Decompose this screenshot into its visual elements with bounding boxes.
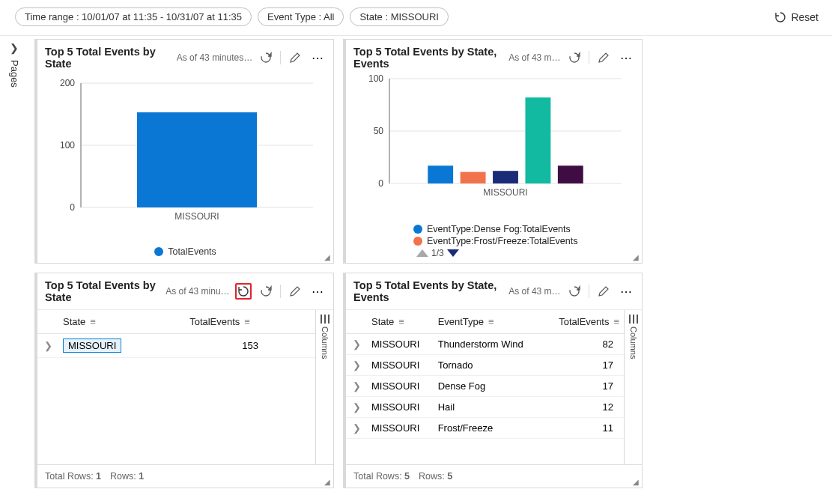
- col-totalevents[interactable]: TotalEvents≡: [543, 310, 624, 334]
- legend-label: EventType:Dense Fog:TotalEvents: [427, 224, 571, 234]
- filter-pill-group: Time range : 10/01/07 at 11:35 - 10/31/0…: [15, 7, 449, 26]
- svg-rect-20: [558, 166, 583, 183]
- svg-rect-19: [525, 97, 550, 183]
- separator: [589, 285, 589, 298]
- svg-rect-16: [428, 166, 453, 183]
- expand-row-icon[interactable]: ❯: [346, 418, 367, 439]
- svg-text:MISSOURI: MISSOURI: [174, 211, 219, 222]
- refresh-icon[interactable]: [566, 283, 583, 300]
- legend-next-icon[interactable]: [447, 249, 459, 257]
- expand-row-icon[interactable]: ❯: [346, 397, 367, 418]
- expand-row-icon[interactable]: ❯: [37, 334, 58, 358]
- tile-title: Top 5 Total Events by State: [45, 279, 161, 303]
- resize-handle-icon[interactable]: ◢: [633, 478, 639, 486]
- legend-dot-icon: [413, 237, 422, 246]
- cell-etype[interactable]: Hail: [434, 397, 544, 418]
- col-menu-icon[interactable]: ≡: [398, 316, 404, 327]
- resize-handle-icon[interactable]: ◢: [324, 478, 330, 486]
- cell-total[interactable]: 12: [543, 397, 624, 418]
- col-state[interactable]: State≡: [367, 310, 434, 334]
- legend-label: EventType:Frost/Freeze:TotalEvents: [427, 236, 577, 246]
- table-top5-state-events: State≡ EventType≡ TotalEvents≡ ❯ MISSOUR…: [346, 310, 624, 464]
- tile-subtitle: As of 43 minu…: [508, 52, 562, 63]
- columns-panel[interactable]: Columns: [624, 310, 642, 464]
- tile-top5-by-state-events-table: Top 5 Total Events by State, Events As o…: [343, 273, 643, 488]
- table-row[interactable]: ❯ MISSOURI Tornado 17: [346, 355, 624, 376]
- timerange-pill[interactable]: Time range : 10/01/07 at 11:35 - 10/31/0…: [15, 7, 252, 26]
- table-row[interactable]: ❯ MISSOURI 153: [37, 334, 315, 358]
- refresh-icon[interactable]: [258, 49, 274, 66]
- reset-tile-icon[interactable]: [235, 283, 252, 300]
- col-eventtype[interactable]: EventType≡: [434, 310, 544, 334]
- expand-row-icon[interactable]: ❯: [346, 334, 367, 355]
- refresh-icon[interactable]: [258, 283, 274, 300]
- cell-total[interactable]: 17: [543, 376, 624, 397]
- resize-handle-icon[interactable]: ◢: [324, 253, 330, 261]
- cell-total[interactable]: 153: [185, 334, 315, 358]
- table-row[interactable]: ❯ MISSOURI Hail 12: [346, 397, 624, 418]
- tile-title: Top 5 Total Events by State: [45, 46, 172, 70]
- edit-icon[interactable]: [287, 283, 303, 300]
- legend-entry[interactable]: EventType:Frost/Freeze:TotalEvents: [413, 236, 642, 246]
- chart1-area: 0100200MISSOURI: [37, 73, 333, 246]
- col-menu-icon[interactable]: ≡: [90, 316, 96, 327]
- top-filter-bar: Time range : 10/01/07 at 11:35 - 10/31/0…: [0, 0, 832, 36]
- legend-page-label: 1/3: [431, 248, 444, 258]
- table-row[interactable]: ❯ MISSOURI Dense Fog 17: [346, 376, 624, 397]
- table-row[interactable]: ❯ MISSOURI Frost/Freeze 11: [346, 418, 624, 439]
- cell-state[interactable]: MISSOURI: [58, 334, 185, 358]
- cell-etype[interactable]: Dense Fog: [434, 376, 544, 397]
- svg-rect-7: [137, 112, 257, 207]
- cell-state[interactable]: MISSOURI: [367, 397, 434, 418]
- svg-text:200: 200: [60, 78, 75, 88]
- expand-row-icon[interactable]: ❯: [346, 376, 367, 397]
- table-row[interactable]: ❯ MISSOURI Thunderstorm Wind 82: [346, 334, 624, 355]
- expand-row-icon[interactable]: ❯: [346, 355, 367, 376]
- expand-pages-icon[interactable]: ❯: [10, 42, 19, 54]
- legend-prev-icon[interactable]: [416, 249, 428, 257]
- col-menu-icon[interactable]: ≡: [488, 316, 494, 327]
- state-pill[interactable]: State : MISSOURI: [350, 7, 448, 26]
- cell-etype[interactable]: Thunderstorm Wind: [434, 334, 544, 355]
- reset-button[interactable]: Reset: [774, 11, 819, 23]
- more-icon[interactable]: ⋯: [309, 283, 326, 300]
- cell-state[interactable]: MISSOURI: [367, 418, 434, 439]
- columns-panel[interactable]: Columns: [315, 310, 333, 464]
- refresh-icon[interactable]: [566, 49, 583, 66]
- expand-header: [346, 310, 367, 334]
- col-menu-icon[interactable]: ≡: [244, 316, 250, 327]
- pages-label[interactable]: Pages: [9, 60, 20, 88]
- svg-text:MISSOURI: MISSOURI: [483, 187, 527, 198]
- more-icon[interactable]: ⋯: [618, 283, 634, 300]
- col-menu-icon[interactable]: ≡: [613, 316, 619, 327]
- cell-etype[interactable]: Frost/Freeze: [434, 418, 544, 439]
- table-footer: Total Rows: 1 Rows: 1: [37, 464, 333, 488]
- more-icon[interactable]: ⋯: [618, 49, 634, 66]
- svg-rect-23: [324, 315, 326, 324]
- cell-total[interactable]: 11: [543, 418, 624, 439]
- cell-state[interactable]: MISSOURI: [367, 334, 434, 355]
- col-state[interactable]: State≡: [58, 310, 185, 334]
- legend-entry[interactable]: TotalEvents: [154, 246, 216, 257]
- cell-total[interactable]: 82: [543, 334, 624, 355]
- tile-top5-by-state-events-chart: Top 5 Total Events by State, Events As o…: [343, 39, 643, 264]
- pages-sidebar: ❯ Pages: [1, 36, 27, 88]
- event-type-pill[interactable]: Event Type : All: [258, 7, 344, 26]
- svg-rect-25: [629, 315, 631, 324]
- col-totalevents[interactable]: TotalEvents≡: [185, 310, 315, 334]
- edit-icon[interactable]: [287, 49, 303, 66]
- chart2-area: 050100MISSOURI: [346, 73, 642, 221]
- legend-dot-icon: [413, 225, 422, 234]
- svg-text:0: 0: [378, 178, 383, 189]
- legend-entry[interactable]: EventType:Dense Fog:TotalEvents: [413, 224, 642, 234]
- cell-state[interactable]: MISSOURI: [367, 355, 434, 376]
- cell-total[interactable]: 17: [543, 355, 624, 376]
- more-icon[interactable]: ⋯: [309, 49, 326, 66]
- edit-icon[interactable]: [595, 49, 612, 66]
- reset-label: Reset: [791, 11, 819, 23]
- tile-top5-by-state-chart: Top 5 Total Events by State As of 43 min…: [34, 39, 334, 264]
- resize-handle-icon[interactable]: ◢: [633, 253, 639, 261]
- cell-etype[interactable]: Tornado: [434, 355, 544, 376]
- edit-icon[interactable]: [595, 283, 612, 300]
- cell-state[interactable]: MISSOURI: [367, 376, 434, 397]
